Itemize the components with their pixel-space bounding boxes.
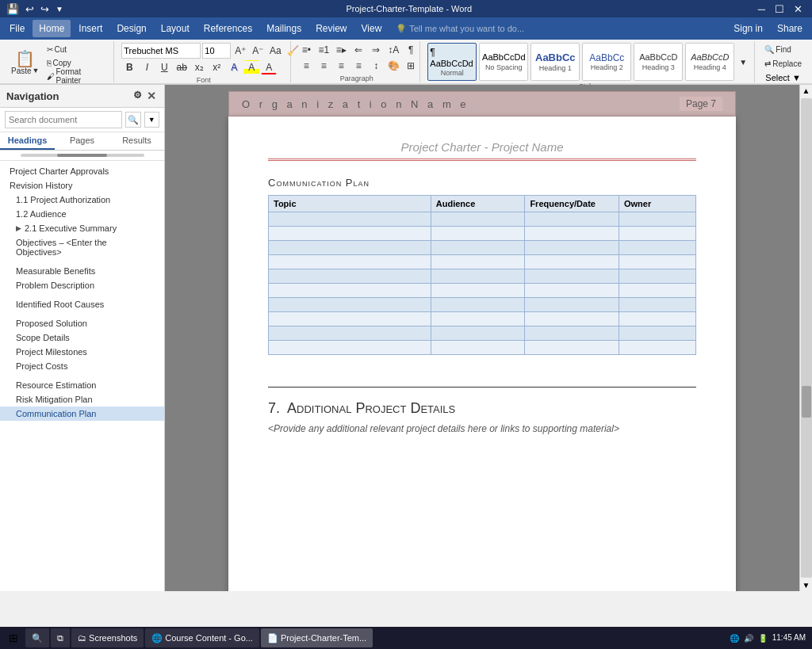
borders-button[interactable]: ⊞	[403, 59, 419, 73]
font-color-button[interactable]: A	[261, 60, 277, 74]
nav-item-5[interactable]: Objectives – <Enter the Objectives>	[0, 235, 164, 259]
scroll-up-button[interactable]: ▲	[801, 85, 812, 97]
comm-table-cell-9-3[interactable]	[619, 341, 695, 355]
nav-item-10[interactable]: Identified Root Causes	[0, 297, 164, 311]
nav-item-4[interactable]: ▶ 2.1 Executive Summary	[0, 221, 164, 235]
comm-table-cell-0-0[interactable]	[269, 212, 431, 227]
font-size-input[interactable]	[202, 43, 231, 59]
italic-button[interactable]: I	[139, 60, 155, 74]
customize-icon[interactable]: ▼	[56, 5, 63, 13]
strikethrough-button[interactable]: ab	[174, 60, 190, 74]
decrease-indent-button[interactable]: ⇐	[350, 43, 366, 57]
style-heading1[interactable]: AaBbCc Heading 1	[530, 43, 580, 81]
superscript-button[interactable]: x²	[209, 60, 224, 74]
comm-table-cell-1-3[interactable]	[619, 227, 695, 241]
comm-table-cell-3-3[interactable]	[619, 255, 695, 269]
style-normal[interactable]: ¶ AaBbCcDd Normal	[427, 43, 477, 81]
nav-item-18[interactable]: Risk Mitigation Plan	[0, 392, 164, 407]
comm-table-cell-6-3[interactable]	[619, 298, 695, 312]
comm-table-cell-8-1[interactable]	[431, 326, 525, 341]
styles-more-button[interactable]: ▼	[737, 43, 749, 81]
nav-options-button[interactable]: ⚙	[133, 90, 142, 102]
nav-item-1[interactable]: Revision History	[0, 178, 164, 193]
change-case-button[interactable]: Aa	[267, 44, 283, 58]
comm-table-cell-5-0[interactable]	[269, 284, 431, 298]
comm-table-cell-0-3[interactable]	[619, 212, 695, 227]
nav-search-button[interactable]: 🔍	[125, 112, 141, 128]
style-no-spacing[interactable]: AaBbCcDd No Spacing	[479, 43, 528, 81]
paste-button[interactable]: 📋 Paste ▼	[8, 48, 43, 78]
comm-table-cell-4-3[interactable]	[619, 269, 695, 284]
comm-table-cell-8-3[interactable]	[619, 326, 695, 341]
nav-close-button[interactable]: ✕	[145, 90, 158, 102]
cut-button[interactable]: ✂ Cut	[44, 43, 109, 55]
nav-item-17[interactable]: Resource Estimation	[0, 378, 164, 392]
redo-icon[interactable]: ↪	[40, 3, 49, 15]
comm-table-cell-3-1[interactable]	[431, 255, 525, 269]
replace-button[interactable]: ⇄ Replace	[762, 57, 804, 70]
show-hide-button[interactable]: ¶	[403, 43, 419, 57]
document-area[interactable]: O r g a n i z a t i o n N a m e Page 7 P…	[165, 85, 799, 591]
nav-item-14[interactable]: Project Milestones	[0, 345, 164, 359]
style-heading4[interactable]: AaBbCcD Heading 4	[685, 43, 734, 81]
nav-item-13[interactable]: Scope Details	[0, 330, 164, 345]
taskbar-word[interactable]: 📄 Project-Charter-Tem...	[261, 628, 373, 647]
menu-insert[interactable]: Insert	[72, 20, 109, 37]
comm-table-cell-3-2[interactable]	[525, 255, 619, 269]
search-box[interactable]: 💡 Tell me what you want to do...	[389, 24, 726, 34]
taskview-button[interactable]: ⧉	[51, 628, 70, 647]
nav-search-options-button[interactable]: ▼	[144, 112, 160, 128]
scroll-down-button[interactable]: ▼	[801, 579, 812, 591]
scroll-thumb[interactable]	[802, 386, 811, 418]
comm-table-cell-1-1[interactable]	[431, 227, 525, 241]
minimize-button[interactable]: ─	[755, 3, 768, 15]
comm-table-cell-0-1[interactable]	[431, 212, 525, 227]
nav-tab-pages[interactable]: Pages	[55, 132, 109, 150]
menu-home[interactable]: Home	[33, 20, 71, 37]
nav-item-8[interactable]: Problem Description	[0, 278, 164, 292]
font-name-input[interactable]	[121, 43, 201, 59]
taskbar-screenshots[interactable]: 🗂 Screenshots	[71, 628, 144, 647]
comm-table-cell-7-2[interactable]	[525, 312, 619, 326]
vertical-scrollbar[interactable]: ▲ ▼	[799, 85, 812, 591]
nav-search-input[interactable]	[5, 111, 122, 128]
share-button[interactable]: Share	[771, 20, 809, 37]
nav-item-3[interactable]: 1.2 Audience	[0, 207, 164, 221]
align-center-button[interactable]: ≡	[316, 59, 331, 73]
comm-table-cell-5-2[interactable]	[525, 284, 619, 298]
comm-table-cell-0-2[interactable]	[525, 212, 619, 227]
comm-table-cell-8-2[interactable]	[525, 326, 619, 341]
start-button[interactable]: ⊞	[3, 628, 24, 647]
taskbar-browser[interactable]: 🌐 Course Content - Go...	[145, 628, 259, 647]
comm-table-cell-2-3[interactable]	[619, 241, 695, 255]
bold-button[interactable]: B	[121, 60, 137, 74]
menu-file[interactable]: File	[3, 20, 31, 37]
underline-button[interactable]: U	[156, 60, 172, 74]
search-taskbar-button[interactable]: 🔍	[25, 628, 49, 647]
close-button[interactable]: ✕	[791, 3, 806, 15]
menu-view[interactable]: View	[355, 20, 389, 37]
nav-item-7[interactable]: Measurable Benefits	[0, 264, 164, 278]
comm-table-cell-4-0[interactable]	[269, 269, 431, 284]
comm-table-cell-5-1[interactable]	[431, 284, 525, 298]
line-spacing-button[interactable]: ↕	[368, 59, 384, 73]
nav-item-12[interactable]: Proposed Solution	[0, 316, 164, 330]
select-button[interactable]: Select ▼	[762, 71, 804, 84]
save-icon[interactable]: 💾	[6, 3, 19, 15]
menu-design[interactable]: Design	[110, 20, 152, 37]
comm-table-cell-3-0[interactable]	[269, 255, 431, 269]
align-right-button[interactable]: ≡	[333, 59, 349, 73]
nav-item-0[interactable]: Project Charter Approvals	[0, 164, 164, 178]
comm-table-cell-9-2[interactable]	[525, 341, 619, 355]
increase-font-button[interactable]: A⁺	[232, 44, 248, 58]
style-heading3[interactable]: AaBbCcD Heading 3	[634, 43, 683, 81]
comm-table-cell-6-2[interactable]	[525, 298, 619, 312]
increase-indent-button[interactable]: ⇒	[368, 43, 384, 57]
undo-icon[interactable]: ↩	[25, 3, 34, 15]
comm-table-cell-4-1[interactable]	[431, 269, 525, 284]
find-button[interactable]: 🔍 Find	[762, 43, 793, 55]
comm-table-cell-7-0[interactable]	[269, 312, 431, 326]
comm-table-cell-9-0[interactable]	[269, 341, 431, 355]
text-effects-button[interactable]: A	[226, 60, 242, 74]
comm-table-cell-8-0[interactable]	[269, 326, 431, 341]
